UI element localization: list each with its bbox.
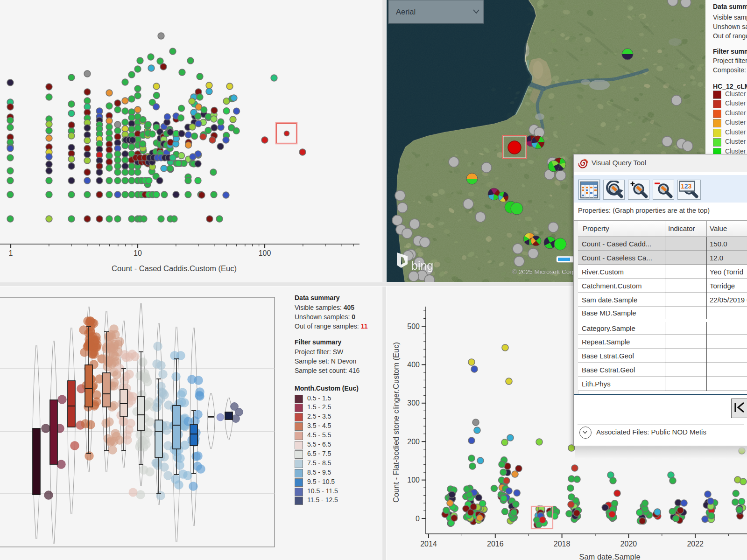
svg-text:2020: 2020 [620,540,637,548]
svg-text:500: 500 [407,322,420,330]
svg-text:bing: bing [411,259,433,272]
svg-text:100: 100 [407,476,420,484]
svg-text:10: 10 [134,249,142,257]
svg-text:0: 0 [416,515,420,523]
svg-text:400: 400 [407,361,420,369]
svg-text:300: 300 [407,399,420,407]
svg-text:Count - Flat-bodied stone clin: Count - Flat-bodied stone clinger.Custom… [392,342,400,503]
svg-text:2022: 2022 [687,540,704,548]
svg-text:2014: 2014 [420,540,437,548]
svg-text:2016: 2016 [487,540,504,548]
svg-text:Sam date.Sample: Sam date.Sample [579,553,640,560]
svg-text:123: 123 [681,182,692,190]
svg-text:1: 1 [9,249,13,257]
svg-text:2018: 2018 [554,540,571,548]
svg-text:Aerial: Aerial [396,7,416,16]
svg-text:200: 200 [407,438,420,446]
svg-text:100: 100 [259,249,271,257]
svg-text:Count - Cased Caddis.Custom (E: Count - Cased Caddis.Custom (Euc) [112,264,237,273]
